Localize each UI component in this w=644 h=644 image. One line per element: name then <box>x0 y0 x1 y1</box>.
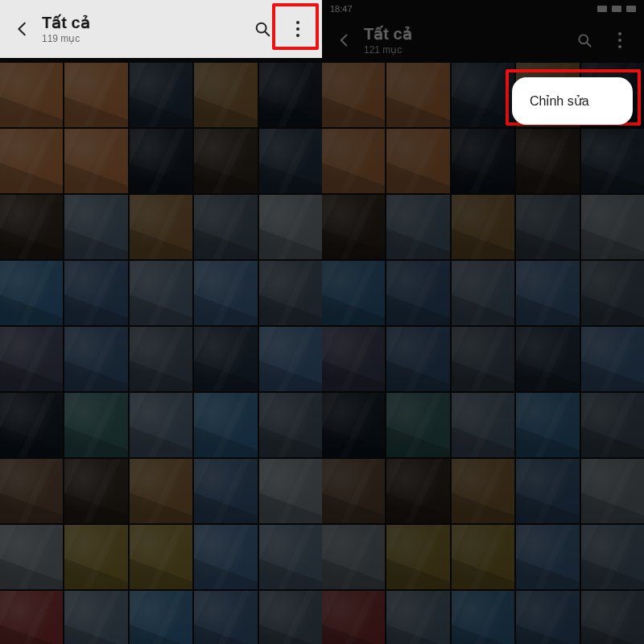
photo-thumbnail[interactable] <box>259 261 322 325</box>
photo-thumbnail[interactable] <box>194 63 257 127</box>
photo-thumbnail[interactable] <box>386 525 449 589</box>
kebab-icon <box>296 21 299 37</box>
photo-thumbnail[interactable] <box>64 459 127 523</box>
photo-thumbnail[interactable] <box>516 261 579 325</box>
photo-thumbnail[interactable] <box>259 129 322 193</box>
photo-thumbnail[interactable] <box>0 525 63 589</box>
photo-thumbnail[interactable] <box>516 591 579 644</box>
photo-thumbnail[interactable] <box>130 591 192 644</box>
photo-thumbnail[interactable] <box>194 327 257 391</box>
photo-thumbnail[interactable] <box>130 129 192 193</box>
photo-thumbnail[interactable] <box>0 129 63 193</box>
photo-thumbnail[interactable] <box>64 63 127 127</box>
photo-thumbnail[interactable] <box>259 591 322 644</box>
photo-thumbnail[interactable] <box>194 591 257 644</box>
photo-thumbnail[interactable] <box>194 129 257 193</box>
photo-thumbnail[interactable] <box>64 129 127 193</box>
photo-thumbnail[interactable] <box>516 327 579 391</box>
photo-thumbnail[interactable] <box>386 591 449 644</box>
photo-thumbnail[interactable] <box>516 393 579 457</box>
photo-thumbnail[interactable] <box>259 459 322 523</box>
photo-thumbnail[interactable] <box>386 393 449 457</box>
photo-thumbnail[interactable] <box>0 63 63 127</box>
photo-thumbnail[interactable] <box>581 327 644 391</box>
status-system-icons <box>597 6 636 12</box>
photo-thumbnail[interactable] <box>386 195 449 259</box>
photo-thumbnail[interactable] <box>386 327 449 391</box>
photo-thumbnail[interactable] <box>130 459 192 523</box>
photo-thumbnail[interactable] <box>581 393 644 457</box>
photo-thumbnail[interactable] <box>194 261 257 325</box>
photo-thumbnail[interactable] <box>194 393 257 457</box>
photo-thumbnail[interactable] <box>0 591 63 644</box>
photo-thumbnail[interactable] <box>452 261 514 325</box>
photo-thumbnail[interactable] <box>259 393 322 457</box>
photo-thumbnail[interactable] <box>581 261 644 325</box>
photo-thumbnail[interactable] <box>0 327 63 391</box>
photo-grid-left[interactable] <box>0 0 322 644</box>
photo-thumbnail[interactable] <box>322 459 385 523</box>
photo-thumbnail[interactable] <box>581 525 644 589</box>
photo-thumbnail[interactable] <box>130 195 192 259</box>
photo-thumbnail[interactable] <box>386 459 449 523</box>
photo-thumbnail[interactable] <box>516 459 579 523</box>
photo-thumbnail[interactable] <box>0 195 63 259</box>
photo-thumbnail[interactable] <box>386 129 449 193</box>
photo-thumbnail[interactable] <box>452 393 514 457</box>
photo-thumbnail[interactable] <box>452 459 514 523</box>
photo-thumbnail[interactable] <box>194 195 257 259</box>
photo-thumbnail[interactable] <box>452 129 514 193</box>
photo-thumbnail[interactable] <box>452 525 514 589</box>
more-options-button[interactable] <box>280 11 316 47</box>
photo-thumbnail[interactable] <box>64 393 127 457</box>
search-button[interactable] <box>567 23 602 58</box>
photo-thumbnail[interactable] <box>64 525 127 589</box>
photo-thumbnail[interactable] <box>386 63 449 127</box>
menu-item-edit[interactable]: Chỉnh sửa <box>512 85 633 117</box>
photo-thumbnail[interactable] <box>516 129 579 193</box>
photo-thumbnail[interactable] <box>322 63 385 127</box>
photo-thumbnail[interactable] <box>64 261 127 325</box>
photo-thumbnail[interactable] <box>452 63 514 127</box>
photo-thumbnail[interactable] <box>386 261 449 325</box>
photo-thumbnail[interactable] <box>259 63 322 127</box>
photo-thumbnail[interactable] <box>0 393 63 457</box>
photo-thumbnail[interactable] <box>516 525 579 589</box>
photo-thumbnail[interactable] <box>322 393 385 457</box>
photo-thumbnail[interactable] <box>322 261 385 325</box>
photo-thumbnail[interactable] <box>322 129 385 193</box>
photo-thumbnail[interactable] <box>194 525 257 589</box>
photo-thumbnail[interactable] <box>322 525 385 589</box>
overflow-menu: Chỉnh sửa <box>512 77 633 125</box>
photo-thumbnail[interactable] <box>130 261 192 325</box>
photo-thumbnail[interactable] <box>516 195 579 259</box>
photo-thumbnail[interactable] <box>322 327 385 391</box>
more-options-button[interactable] <box>602 23 638 58</box>
photo-thumbnail[interactable] <box>64 327 127 391</box>
photo-thumbnail[interactable] <box>322 195 385 259</box>
photo-thumbnail[interactable] <box>581 129 644 193</box>
photo-thumbnail[interactable] <box>259 195 322 259</box>
photo-thumbnail[interactable] <box>452 327 514 391</box>
photo-thumbnail[interactable] <box>0 261 63 325</box>
photo-thumbnail[interactable] <box>130 525 192 589</box>
photo-thumbnail[interactable] <box>259 525 322 589</box>
photo-thumbnail[interactable] <box>64 195 127 259</box>
photo-thumbnail[interactable] <box>581 591 644 644</box>
photo-thumbnail[interactable] <box>452 591 514 644</box>
photo-thumbnail[interactable] <box>0 459 63 523</box>
back-button[interactable] <box>328 24 361 56</box>
photo-thumbnail[interactable] <box>130 63 192 127</box>
photo-thumbnail[interactable] <box>194 459 257 523</box>
photo-thumbnail[interactable] <box>130 393 192 457</box>
photo-thumbnail[interactable] <box>64 591 127 644</box>
photo-thumbnail[interactable] <box>130 327 192 391</box>
photo-thumbnail[interactable] <box>581 459 644 523</box>
arrow-left-icon <box>14 20 31 38</box>
photo-thumbnail[interactable] <box>452 195 514 259</box>
photo-thumbnail[interactable] <box>259 327 322 391</box>
search-button[interactable] <box>245 11 280 47</box>
back-button[interactable] <box>6 13 39 45</box>
photo-thumbnail[interactable] <box>322 591 385 644</box>
photo-thumbnail[interactable] <box>581 195 644 259</box>
